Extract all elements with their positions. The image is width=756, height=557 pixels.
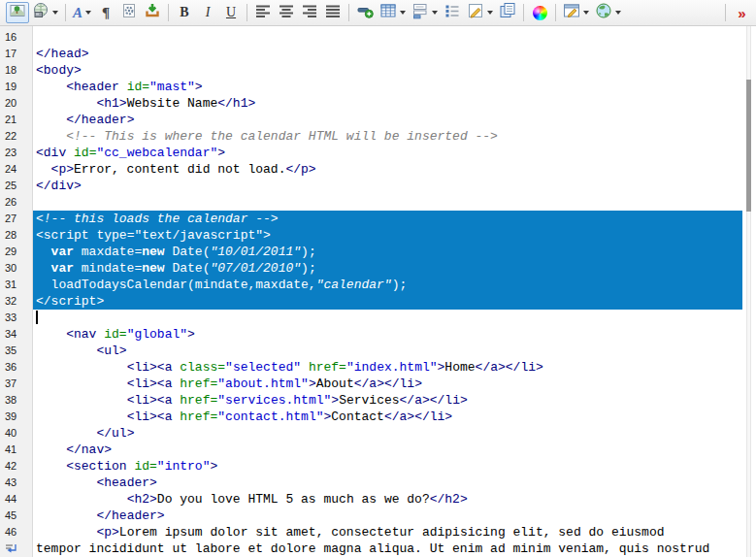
- line-number[interactable]: 39: [0, 409, 33, 425]
- code-line[interactable]: 19 <header id="mast">: [0, 79, 756, 95]
- import-button[interactable]: [141, 2, 164, 23]
- line-number[interactable]: 32: [0, 293, 33, 310]
- line-number[interactable]: 30: [0, 260, 33, 277]
- code-line-text[interactable]: var maxdate=new Date("10/01/2011");: [33, 244, 742, 260]
- underline-button[interactable]: U: [219, 2, 243, 23]
- code-line-text[interactable]: <h2>Do you love HTML 5 as much as we do?…: [33, 491, 742, 508]
- code-line-text[interactable]: <body>: [33, 62, 742, 79]
- insert-media-button[interactable]: [29, 2, 61, 23]
- line-number[interactable]: 23: [0, 145, 33, 161]
- line-number[interactable]: 18: [0, 62, 33, 79]
- code-line[interactable]: 30 var mindate=new Date("07/01/2010");: [0, 260, 756, 277]
- toolbar-overflow-button[interactable]: »: [730, 2, 753, 23]
- line-number[interactable]: 28: [0, 227, 33, 244]
- code-line-text[interactable]: </ul>: [33, 425, 742, 442]
- code-line-text[interactable]: <!-- This is where the calendar HTML wil…: [33, 128, 742, 145]
- code-line[interactable]: 18<body>: [0, 62, 756, 79]
- vertical-scrollbar-thumb[interactable]: [746, 80, 751, 212]
- code-line[interactable]: 43 <header>: [0, 475, 756, 491]
- code-line-text[interactable]: <header>: [33, 475, 742, 491]
- line-number[interactable]: 19: [0, 79, 33, 95]
- line-number[interactable]: 37: [0, 376, 33, 392]
- code-line-text[interactable]: <p>Lorem ipsum dolor sit amet, consectet…: [33, 524, 742, 541]
- code-line-text[interactable]: <div id="cc_webcalendar">: [33, 145, 742, 161]
- line-number[interactable]: 31: [0, 277, 33, 293]
- browser-preview-button[interactable]: [592, 2, 624, 23]
- code-line[interactable]: 21 </header>: [0, 112, 756, 128]
- line-number[interactable]: 24: [0, 161, 33, 178]
- code-line[interactable]: 37 <li><a href="about.html">About</a></l…: [0, 376, 756, 392]
- code-editor[interactable]: 1617</head>18<body>19 <header id="mast">…: [0, 26, 756, 557]
- code-line[interactable]: tempor incididunt ut labore et dolore ma…: [0, 541, 756, 557]
- code-line-text[interactable]: <li><a href="about.html">About</a></li>: [33, 376, 742, 392]
- code-line-text[interactable]: <nav id="global">: [33, 326, 742, 343]
- code-line-text[interactable]: <li><a class="selected" href="index.html…: [33, 359, 742, 376]
- code-line-text[interactable]: </nav>: [33, 442, 742, 458]
- code-line[interactable]: 41 </nav>: [0, 442, 756, 458]
- code-line[interactable]: 26: [0, 194, 756, 211]
- line-number[interactable]: 22: [0, 128, 33, 145]
- code-line-text[interactable]: <!-- this loads the calendar -->: [33, 211, 742, 227]
- code-line[interactable]: 40 </ul>: [0, 425, 756, 442]
- copy-layers-button[interactable]: [496, 2, 519, 23]
- code-line-text[interactable]: </script>: [33, 293, 742, 310]
- code-line[interactable]: 44 <h2>Do you love HTML 5 as much as we …: [0, 491, 756, 508]
- code-line-text[interactable]: </header>: [33, 112, 742, 128]
- bullet-list-button[interactable]: [441, 2, 464, 23]
- insert-image-button[interactable]: [6, 2, 29, 23]
- line-number[interactable]: 33: [0, 310, 33, 326]
- line-number[interactable]: 41: [0, 442, 33, 458]
- code-line[interactable]: 45 </header>: [0, 508, 756, 524]
- line-number[interactable]: 38: [0, 392, 33, 409]
- code-line[interactable]: 36 <li><a class="selected" href="index.h…: [0, 359, 756, 376]
- line-number[interactable]: 42: [0, 458, 33, 475]
- code-line[interactable]: 16: [0, 29, 756, 46]
- code-line[interactable]: 28<script type="text/javascript">: [0, 227, 756, 244]
- code-line[interactable]: 34 <nav id="global">: [0, 326, 756, 343]
- code-line-text[interactable]: <header id="mast">: [33, 79, 742, 95]
- code-line-text[interactable]: </head>: [33, 46, 742, 62]
- font-style-button[interactable]: A: [70, 2, 94, 23]
- code-line[interactable]: 31 loadTodaysCalendar(mindate,maxdate,"c…: [0, 277, 756, 293]
- line-number[interactable]: 34: [0, 326, 33, 343]
- line-number[interactable]: 17: [0, 46, 33, 62]
- line-number[interactable]: 45: [0, 508, 33, 524]
- code-line-text[interactable]: <li><a href="contact.html">Contact</a></…: [33, 409, 742, 425]
- paragraph-marks-button[interactable]: ¶: [94, 2, 117, 23]
- line-number[interactable]: 21: [0, 112, 33, 128]
- code-line-text[interactable]: <p>Error, content did not load.</p>: [33, 161, 742, 178]
- code-line[interactable]: 38 <li><a href="services.html">Services<…: [0, 392, 756, 409]
- bold-button[interactable]: B: [173, 2, 196, 23]
- code-line-text[interactable]: <ul>: [33, 343, 742, 359]
- code-line-text[interactable]: [33, 29, 742, 46]
- code-line[interactable]: 35 <ul>: [0, 343, 756, 359]
- edit-page-button[interactable]: [464, 2, 496, 23]
- code-line-text[interactable]: <li><a href="services.html">Services</a>…: [33, 392, 742, 409]
- line-number[interactable]: 43: [0, 475, 33, 491]
- code-line-text[interactable]: var mindate=new Date("07/01/2010");: [33, 260, 742, 277]
- line-number[interactable]: 26: [0, 194, 33, 211]
- insert-rule-button[interactable]: [353, 2, 377, 23]
- line-number[interactable]: 46: [0, 524, 33, 541]
- code-line[interactable]: 17</head>: [0, 46, 756, 62]
- line-number[interactable]: 27: [0, 211, 33, 227]
- line-number[interactable]: 20: [0, 95, 33, 112]
- line-number[interactable]: 40: [0, 425, 33, 442]
- code-line[interactable]: 33: [0, 310, 756, 326]
- line-number[interactable]: 44: [0, 491, 33, 508]
- code-line[interactable]: 24 <p>Error, content did not load.</p>: [0, 161, 756, 178]
- line-number[interactable]: 25: [0, 178, 33, 194]
- insert-form-button[interactable]: [409, 2, 441, 23]
- code-line-text[interactable]: tempor incididunt ut labore et dolore ma…: [33, 541, 742, 557]
- code-line[interactable]: 20 <h1>Website Name</h1>: [0, 95, 756, 112]
- edit-window-button[interactable]: [560, 2, 592, 23]
- code-line-text[interactable]: [33, 194, 742, 211]
- italic-button[interactable]: I: [196, 2, 219, 23]
- code-line[interactable]: 42 <section id="intro">: [0, 458, 756, 475]
- code-line-text[interactable]: <script type="text/javascript">: [33, 227, 742, 244]
- line-number[interactable]: 29: [0, 244, 33, 260]
- code-line-text[interactable]: <h1>Website Name</h1>: [33, 95, 742, 112]
- code-line-text[interactable]: loadTodaysCalendar(mindate,maxdate,"cale…: [33, 277, 742, 293]
- insert-snippet-button[interactable]: [117, 2, 141, 23]
- align-center-button[interactable]: [275, 2, 298, 23]
